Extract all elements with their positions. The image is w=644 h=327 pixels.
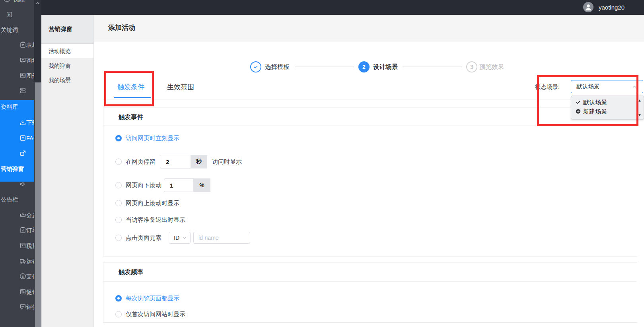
option-label[interactable]: 访问网页时立刻显示 [126, 131, 179, 145]
sidebar-item-公告栏[interactable]: 公告栏 [0, 192, 34, 207]
sidebar-item-图册[interactable]: 图册 [0, 68, 34, 83]
sidebar-item-K[interactable]: K [0, 7, 34, 22]
sidebar-item-label: 营销弹窗 [1, 161, 24, 176]
option-row-click-element: 点击页面元素 ID [103, 231, 637, 245]
sidebar-item-评价[interactable]: 评价 [0, 300, 34, 315]
sidebar-item-税费[interactable]: 税费 [0, 238, 34, 253]
sidebar-item-营销弹窗[interactable]: 营销弹窗 [0, 161, 34, 176]
step-2-label[interactable]: 设计场景 [373, 63, 398, 71]
dropdown-scroll-up-icon[interactable]: ▲ [637, 98, 642, 103]
radio-show-immediately[interactable] [115, 135, 122, 141]
submenu-item-my-scenes[interactable]: 我的场景 [41, 73, 93, 87]
step-1-circle[interactable] [250, 61, 261, 72]
sidebar-item-label: 订单 [26, 223, 34, 238]
dropdown-scroll-down-icon[interactable]: ▼ [637, 113, 642, 117]
option-label[interactable]: 每次浏览页面都显示 [126, 292, 179, 305]
scene-selector-label: 状态场景: [535, 83, 560, 91]
panel-divider [103, 125, 637, 125]
radio-exit-intent[interactable] [115, 217, 122, 223]
sidebar-item-询盘[interactable]: 询盘 [0, 53, 34, 68]
sidebar-item-cards[interactable] [0, 83, 34, 98]
step-1-label[interactable]: 选择模板 [265, 63, 290, 71]
option-label[interactable]: 网页向上滚动时显示 [126, 196, 179, 210]
sidebar-item-label: 视频 [13, 0, 25, 7]
panel-title: 触发事件 [119, 113, 143, 121]
sidebar-item-label: 下载 [26, 115, 34, 130]
submenu-item-activity-overview[interactable]: 活动概览 [41, 44, 93, 58]
sidebar-item-运费[interactable]: 运费 [0, 254, 34, 269]
tab-effective-scope[interactable]: 生效范围 [167, 82, 194, 92]
stay-seconds-input[interactable] [160, 155, 191, 168]
sidebar-scrollbar-thumb[interactable] [35, 82, 41, 327]
sidebar-item-促销[interactable]: 促销 [0, 284, 34, 300]
sidebar-item-下载[interactable]: 下载 [0, 115, 34, 130]
dropdown-option-default-scene[interactable]: 默认场景 [572, 98, 638, 107]
sidebar-item-label: 关键词 [1, 22, 18, 37]
option-row-scroll-up: 网页向上滚动时显示 [103, 196, 637, 210]
radio-scroll-down[interactable] [115, 182, 122, 188]
sidebar-item-label: 公告栏 [1, 192, 18, 207]
step-2-circle[interactable]: 2 [358, 61, 370, 72]
person-icon [583, 2, 593, 12]
sidebar-item-表单[interactable]: 表单 [0, 37, 34, 53]
sidebar-item-label: 运费 [26, 254, 34, 269]
scroll-percent-input[interactable] [164, 178, 193, 192]
check-icon [253, 64, 259, 70]
scene-select-value: 默认场景 [576, 80, 599, 93]
sidebar-scrollbar [34, 0, 41, 327]
step-3-label[interactable]: 预览效果 [479, 63, 504, 71]
radio-first-visit-only[interactable] [115, 311, 122, 317]
radio-scroll-up[interactable] [115, 200, 122, 206]
option-label[interactable]: 在网页停留 [126, 155, 156, 168]
promo-icon [19, 288, 27, 296]
option-label[interactable]: 仅首次访问网站时显示 [126, 307, 185, 321]
expand-icon [19, 149, 27, 157]
step-2-number: 2 [362, 64, 366, 70]
sidebar-item-expand[interactable] [0, 146, 34, 161]
radio-click-element[interactable] [115, 235, 122, 241]
radio-stay-seconds[interactable] [115, 159, 122, 165]
pay-icon: $ [19, 272, 27, 280]
sidebar-item-视频[interactable]: 视频 [0, 0, 34, 7]
scroll-up-icon[interactable] [35, 0, 41, 6]
sidebar-item-label: 税费 [26, 238, 34, 253]
inquiry-icon [19, 57, 27, 64]
option-label[interactable]: 当访客准备退出时显示 [126, 213, 185, 227]
sidebar-item-会员[interactable]: 会员 [0, 208, 34, 223]
page-title: 添加活动 [108, 15, 135, 41]
svg-text:?: ? [22, 136, 24, 140]
album-icon [19, 72, 27, 79]
panel-title: 触发频率 [119, 268, 143, 276]
svg-text:K: K [8, 13, 11, 17]
option-label[interactable]: 点击页面元素 [126, 231, 161, 245]
sidebar-item-支付[interactable]: $支付 [0, 269, 34, 284]
user-avatar[interactable] [583, 2, 593, 12]
submenu-item-my-popups[interactable]: 我的弹窗 [41, 59, 93, 73]
tab-trigger-conditions[interactable]: 触发条件 [117, 82, 144, 92]
element-id-input[interactable] [193, 232, 250, 244]
sidebar-item-资料库[interactable]: 资料库 [0, 99, 34, 114]
scene-select[interactable]: 默认场景 [571, 80, 643, 93]
download-icon [19, 119, 27, 126]
chevron-down-icon [181, 235, 188, 241]
play-circle-icon [3, 0, 11, 3]
app-window: yaoting20 营销弹窗 活动概览 我的弹窗 我的场景 添加活动 选择模板 … [0, 0, 644, 327]
sidebar-item-label: 促销 [26, 284, 34, 300]
dropdown-option-new-scene[interactable]: 新建场景 [572, 107, 638, 116]
sidebar-item-label: 表单 [26, 37, 34, 53]
radio-every-pageview[interactable] [115, 295, 122, 302]
element-type-select[interactable]: ID [169, 232, 191, 244]
step-3-circle[interactable]: 3 [466, 61, 477, 72]
user-name[interactable]: yaoting20 [599, 0, 625, 15]
sidebar-item-FAQ[interactable]: ?FAQ [0, 131, 34, 146]
sidebar-item-关键词[interactable]: 关键词 [0, 22, 34, 37]
option-label[interactable]: 网页向下滚动 [126, 178, 161, 192]
option-suffix: 访问时显示 [212, 155, 242, 168]
step-connector [403, 67, 462, 67]
sidebar-item-label: 评价 [26, 300, 34, 315]
plus-circle-icon [575, 108, 581, 114]
sidebar-item-label: FAQ [26, 131, 34, 146]
sidebar-item-speaker[interactable] [0, 177, 34, 192]
sidebar-item-label: 支付 [26, 269, 34, 284]
sidebar-item-订单[interactable]: 订单 [0, 223, 34, 238]
